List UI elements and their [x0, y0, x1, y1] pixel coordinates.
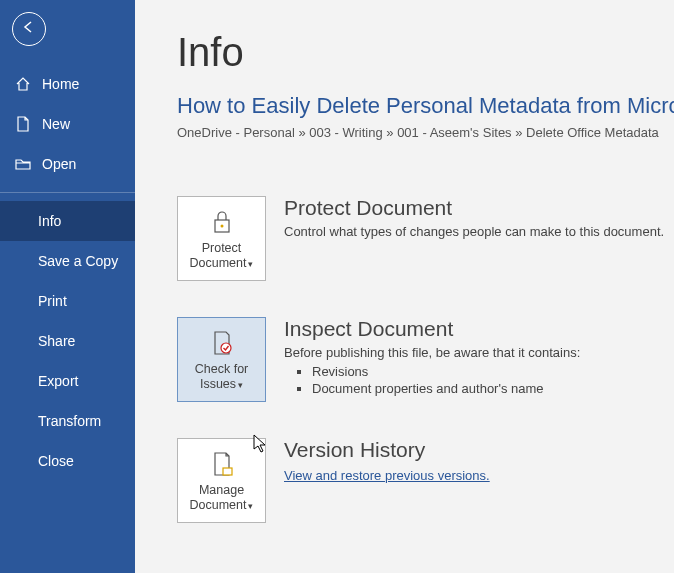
- sidebar-item-label: Print: [38, 293, 67, 309]
- sidebar-item-label: Open: [42, 156, 76, 172]
- check-for-issues-button[interactable]: Check for Issues▾: [177, 317, 266, 402]
- chevron-down-icon: ▾: [248, 259, 253, 269]
- version-history-title: Version History: [284, 438, 674, 462]
- svg-point-2: [221, 343, 231, 353]
- sidebar-item-label: Info: [38, 213, 61, 229]
- sidebar-item-new[interactable]: New: [0, 104, 135, 144]
- sidebar-item-print[interactable]: Print: [0, 281, 135, 321]
- sidebar-item-close[interactable]: Close: [0, 441, 135, 481]
- list-item: Revisions: [312, 364, 674, 379]
- sidebar-item-label: Transform: [38, 413, 101, 429]
- sidebar-item-label: New: [42, 116, 70, 132]
- svg-point-1: [220, 224, 223, 227]
- info-panel: Info How to Easily Delete Personal Metad…: [135, 0, 674, 573]
- sidebar-item-label: Home: [42, 76, 79, 92]
- sidebar-top-group: Home New Open: [0, 64, 135, 184]
- sidebar-item-save-a-copy[interactable]: Save a Copy: [0, 241, 135, 281]
- document-check-icon: [209, 328, 235, 358]
- manage-document-button[interactable]: Manage Document▾: [177, 438, 266, 523]
- new-doc-icon: [14, 115, 32, 133]
- document-title: How to Easily Delete Personal Metadata f…: [177, 93, 674, 119]
- sidebar-item-open[interactable]: Open: [0, 144, 135, 184]
- inspect-document-desc: Before publishing this file, be aware th…: [284, 345, 674, 360]
- open-folder-icon: [14, 155, 32, 173]
- sidebar-item-export[interactable]: Export: [0, 361, 135, 401]
- protect-document-section: Protect Document▾ Protect Document Contr…: [177, 196, 674, 281]
- svg-rect-3: [223, 468, 232, 475]
- protect-document-desc: Control what types of changes people can…: [284, 224, 674, 239]
- breadcrumb: OneDrive - Personal » 003 - Writing » 00…: [177, 125, 674, 140]
- sidebar-item-home[interactable]: Home: [0, 64, 135, 104]
- lock-icon: [209, 207, 235, 237]
- sidebar-item-label: Close: [38, 453, 74, 469]
- back-button[interactable]: [12, 12, 46, 46]
- sidebar-item-share[interactable]: Share: [0, 321, 135, 361]
- inspect-document-title: Inspect Document: [284, 317, 674, 341]
- document-icon: [209, 449, 235, 479]
- list-item: Document properties and author's name: [312, 381, 674, 396]
- chevron-down-icon: ▾: [238, 380, 243, 390]
- sidebar-item-transform[interactable]: Transform: [0, 401, 135, 441]
- chevron-down-icon: ▾: [248, 501, 253, 511]
- inspect-document-section: Check for Issues▾ Inspect Document Befor…: [177, 317, 674, 402]
- sidebar-item-label: Share: [38, 333, 75, 349]
- protect-document-button[interactable]: Protect Document▾: [177, 196, 266, 281]
- inspect-document-list: Revisions Document properties and author…: [312, 364, 674, 396]
- version-history-link[interactable]: View and restore previous versions.: [284, 468, 490, 483]
- protect-document-title: Protect Document: [284, 196, 674, 220]
- back-arrow-icon: [21, 19, 37, 40]
- sidebar-item-label: Save a Copy: [38, 253, 118, 269]
- sidebar-divider: [0, 192, 135, 193]
- home-icon: [14, 75, 32, 93]
- sidebar-item-label: Export: [38, 373, 78, 389]
- sidebar-item-info[interactable]: Info: [0, 201, 135, 241]
- backstage-sidebar: Home New Open Info Save a Copy Print Sha…: [0, 0, 135, 573]
- sidebar-bottom-group: Info Save a Copy Print Share Export Tran…: [0, 201, 135, 481]
- page-title: Info: [177, 30, 674, 75]
- version-history-section: Manage Document▾ Version History View an…: [177, 438, 674, 523]
